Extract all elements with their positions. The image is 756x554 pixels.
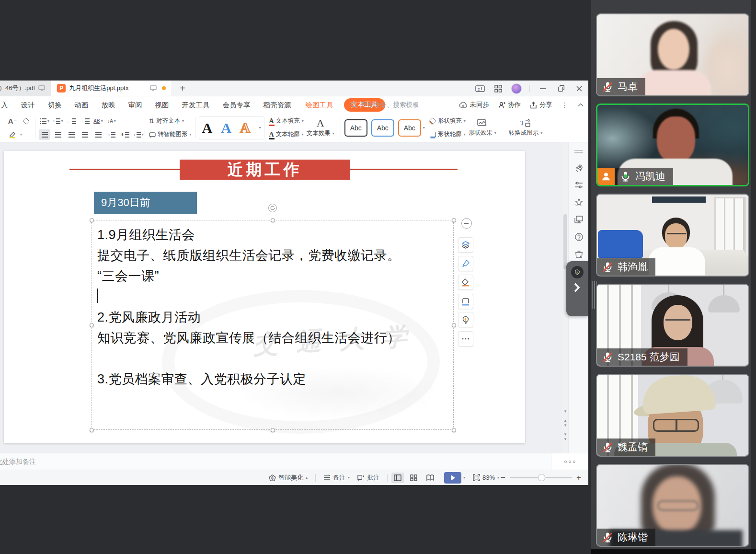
close-button[interactable] <box>574 83 584 94</box>
decrease-indent-icon[interactable]: ← <box>66 116 77 127</box>
clear-format-icon[interactable] <box>20 116 32 127</box>
collapse-ribbon-icon[interactable] <box>578 103 584 107</box>
ribbon-tab[interactable]: 动画 <box>75 101 89 110</box>
windows-overlap-icon[interactable] <box>569 212 588 227</box>
text-effect-button[interactable]: A 文本效果▾ <box>304 118 337 138</box>
decrease-font-icon[interactable]: A⁻ <box>7 116 18 127</box>
collapse-toolbar-button[interactable] <box>461 218 472 229</box>
line-spacing-icon[interactable]: ↕ <box>106 129 117 140</box>
text-outline-button[interactable]: A文本轮廓▾ <box>269 130 304 138</box>
play-options-icon[interactable]: ▾ <box>463 475 465 480</box>
ribbon-tab[interactable]: 审阅 <box>128 101 142 110</box>
normal-view-button[interactable] <box>391 473 404 483</box>
slide-text-line[interactable]: 2.党风廉政月活动 <box>97 309 201 326</box>
shape-style-gallery[interactable]: AbcAbcAbc <box>344 119 421 137</box>
slide[interactable]: 交通大学 近期工作 9月30日前 1.9月组织生活会提交电子、纸质版组织生活会记… <box>4 151 525 443</box>
slide-text-line[interactable]: 知识竞赛、党风廉政宣传展（结合组织生活会进行） <box>97 329 401 346</box>
slide-text-line[interactable]: “三会一课” <box>97 267 159 285</box>
numbered-list-icon[interactable]: 1▾ <box>52 116 64 127</box>
align-center-icon[interactable] <box>52 129 64 140</box>
fill-button[interactable] <box>458 275 473 290</box>
command-search[interactable]: 查找命令、搜索模板 <box>351 101 419 109</box>
new-tab-button[interactable]: + <box>172 81 193 96</box>
ribbon-tab[interactable]: 切换 <box>48 101 62 110</box>
space-before-icon[interactable]: ⇞ <box>119 129 131 140</box>
participant-tile[interactable]: 马卓 <box>596 13 749 96</box>
app-grid-icon[interactable] <box>493 83 504 94</box>
slide-text-line[interactable]: 3.党员档案审查、入党积极分子认定 <box>97 370 306 388</box>
shape-fill-button[interactable]: 形状填充▾ <box>430 117 466 125</box>
restore-button[interactable] <box>556 83 566 94</box>
zoom-in-button[interactable]: + <box>575 473 583 483</box>
text-direction-icon[interactable]: ↓A▾ <box>106 116 117 127</box>
align-right-icon[interactable] <box>66 129 77 140</box>
zoom-knob[interactable] <box>538 474 545 481</box>
participant-tile[interactable]: 冯凯迪 <box>596 104 749 186</box>
more-tools-button[interactable] <box>458 331 473 346</box>
shop-icon[interactable] <box>569 247 588 261</box>
ribbon-tab[interactable]: 稻壳资源 <box>263 101 291 110</box>
slide-text-line[interactable]: 1.9月组织生活会 <box>97 226 195 243</box>
reading-view-button[interactable] <box>424 473 436 483</box>
layers-button[interactable] <box>458 237 473 253</box>
user-avatar[interactable] <box>511 83 522 94</box>
rocket-icon[interactable] <box>569 161 588 175</box>
shape-style-preset[interactable]: Abc <box>398 119 421 137</box>
shape-outline-button[interactable]: 形状轮廓▾ <box>430 130 466 138</box>
rail-drag-icon[interactable] <box>569 144 588 159</box>
smart-beautify-button[interactable]: 智能美化▴ <box>269 473 308 482</box>
participant-tile[interactable]: 韩渔胤 <box>596 194 749 277</box>
comments-button[interactable]: 批注 <box>357 473 379 482</box>
gallery-expand-icon[interactable]: ▾ <box>423 126 425 130</box>
scrollbar-thumb[interactable] <box>563 214 567 269</box>
notes-bar[interactable]: 此处添加备注 <box>0 453 551 470</box>
distribute-icon[interactable] <box>92 129 104 140</box>
slide-text-line[interactable]: 提交电子、纸质版组织生活会记录，党费收缴记录。 <box>97 247 401 264</box>
wordart-preset[interactable]: A <box>240 121 251 135</box>
prev-slide-double-icon[interactable]: ▴▾ <box>564 418 567 427</box>
increase-indent-icon[interactable]: → <box>79 116 91 127</box>
multi-window-icon[interactable]: 2 <box>475 83 485 94</box>
char-spacing-icon[interactable]: AB▾ <box>92 116 104 127</box>
meeting-panel-flap[interactable] <box>566 261 588 316</box>
ribbon-tab[interactable]: 入 <box>1 101 8 110</box>
monitor-icon[interactable] <box>150 85 157 91</box>
slide-sorter-view-button[interactable] <box>408 473 420 483</box>
smart-graphic-button[interactable]: 转智能图形▾ <box>149 130 192 138</box>
highlight-pen-icon[interactable] <box>7 129 18 140</box>
minimize-button[interactable] <box>538 83 548 94</box>
align-text-button[interactable]: ⇅对齐文本▾ <box>149 117 184 125</box>
gallery-expand-icon[interactable]: ▾ <box>259 126 261 130</box>
slideshow-play-button[interactable] <box>444 472 461 484</box>
ribbon-tab-drawing-tools[interactable]: 绘图工具 <box>306 101 333 110</box>
ribbon-tab[interactable]: 视图 <box>155 101 169 110</box>
next-slide-double-icon[interactable]: ▾▾ <box>564 432 567 441</box>
wordart-gallery[interactable]: AAA ▾ <box>199 116 264 139</box>
bullet-list-icon[interactable]: ▾ <box>39 116 50 127</box>
zoom-out-button[interactable]: − <box>499 473 507 483</box>
convert-diagram-button[interactable]: T 转换成图示▾ <box>506 118 546 137</box>
wordart-preset[interactable]: A <box>221 121 231 135</box>
star-icon[interactable] <box>569 195 588 209</box>
wordart-preset[interactable]: A <box>202 121 213 135</box>
participant-tile[interactable]: 陈琳锴 <box>596 464 749 547</box>
align-left-icon[interactable] <box>39 129 50 140</box>
ribbon-tab[interactable]: 开发工具 <box>182 101 210 110</box>
smart-bulb-icon[interactable] <box>571 266 584 278</box>
ribbon-tab[interactable]: 放映 <box>102 101 115 110</box>
textbox-content[interactable]: 1.9月组织生活会提交电子、纸质版组织生活会记录，党费收缴记录。“三会一课”2.… <box>4 151 525 443</box>
shape-effect-button[interactable]: 形状效果▾ <box>466 118 499 137</box>
ribbon-tab[interactable]: 会员专享 <box>223 101 251 110</box>
zoom-slider[interactable] <box>510 477 572 478</box>
share-button[interactable]: 分享 <box>530 101 552 109</box>
notes-button[interactable]: 备注▾ <box>323 473 350 482</box>
line-spacing-options-icon[interactable]: ↕▾ <box>133 129 144 140</box>
text-fill-button[interactable]: A文本填充▾ <box>269 117 304 125</box>
document-tab-active[interactable]: P 九月组织生活ppt.pptx <box>51 81 172 96</box>
sync-status[interactable]: 未同步 <box>459 101 490 109</box>
expand-chevron-icon[interactable] <box>571 283 580 292</box>
fit-window-button[interactable]: 83%▾ <box>473 474 499 481</box>
suggestion-bulb-button[interactable] <box>458 312 473 327</box>
participant-tile[interactable]: S2185 范梦园 <box>596 284 749 367</box>
outline-button[interactable] <box>458 294 473 309</box>
